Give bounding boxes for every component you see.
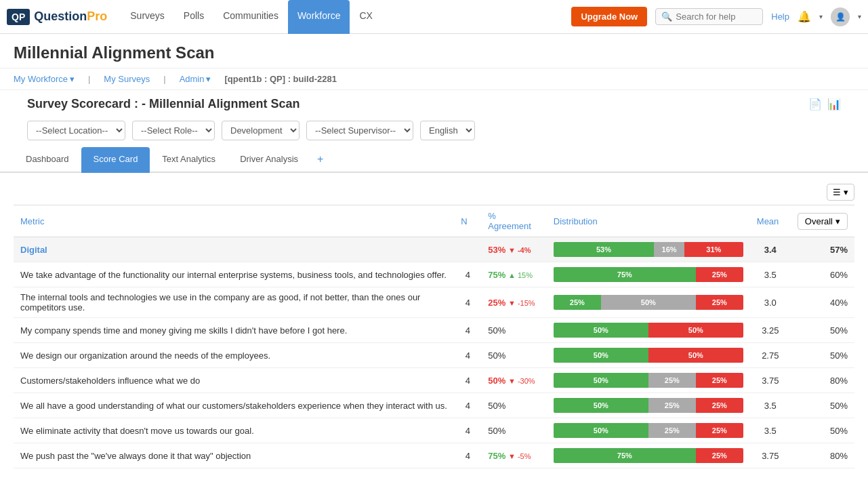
- n-cell: 4: [454, 262, 481, 287]
- view-toggle-button[interactable]: ☰ ▾: [827, 184, 854, 201]
- supervisor-filter[interactable]: --Select Supervisor--: [306, 121, 413, 140]
- agreement-value: 25%: [488, 298, 505, 308]
- user-dropdown-icon: ▾: [858, 13, 861, 20]
- mean-cell: 3.4: [750, 237, 791, 262]
- tab-driver-analysis[interactable]: Driver Analysis: [228, 147, 310, 173]
- upgrade-button[interactable]: Upgrade Now: [571, 7, 647, 26]
- filter-bar: --Select Location-- --Select Role-- Deve…: [0, 114, 868, 147]
- table-row: We push past the "we've always done it t…: [14, 443, 854, 468]
- distribution-cell: 75%25%: [547, 443, 750, 468]
- search-input[interactable]: [676, 12, 757, 22]
- agreement-value: 53%: [488, 245, 505, 255]
- dropdown-arrow-icon: ▾: [844, 187, 848, 197]
- table-row: The internal tools and technologies we u…: [14, 287, 854, 318]
- mean-cell: 3.5: [750, 418, 791, 443]
- user-avatar[interactable]: 👤: [831, 7, 850, 26]
- overall-cell: 40%: [791, 287, 854, 318]
- n-cell: [454, 237, 481, 262]
- mean-cell: 3.75: [750, 443, 791, 468]
- add-tab-button[interactable]: +: [310, 149, 330, 169]
- nav-divider: |: [88, 74, 90, 84]
- nav-communities[interactable]: Communities: [213, 0, 288, 34]
- logo-icon: QP: [7, 9, 30, 25]
- export-icon[interactable]: 📊: [827, 98, 841, 111]
- notification-bell-icon[interactable]: 🔔: [798, 10, 811, 23]
- nav-links: Surveys Polls Communities Workforce CX: [121, 0, 382, 34]
- table-toolbar: ☰ ▾: [14, 180, 854, 205]
- col-agreement: % Agreement: [481, 205, 546, 237]
- nav-cx[interactable]: CX: [350, 0, 381, 34]
- mean-cell: 3.5: [750, 262, 791, 287]
- logo[interactable]: QP QuestionPro: [7, 9, 107, 25]
- nav-surveys[interactable]: Surveys: [121, 0, 174, 34]
- agreement-cell: 25% ▼ -15%: [481, 287, 546, 318]
- overall-cell: 80%: [791, 368, 854, 393]
- distribution-cell: 50%50%: [547, 343, 750, 368]
- distribution-cell: 75%25%: [547, 262, 750, 287]
- page-title-bar: Millennial Alignment Scan: [0, 34, 868, 68]
- department-filter[interactable]: Development: [222, 121, 299, 140]
- overall-cell: 50%: [791, 343, 854, 368]
- n-cell: 4: [454, 368, 481, 393]
- agreement-cell: 75% ▼ -5%: [481, 443, 546, 468]
- page-title: Millennial Alignment Scan: [14, 43, 854, 62]
- metric-cell: We eliminate activity that doesn't move …: [14, 418, 454, 443]
- tab-text-analytics[interactable]: Text Analytics: [150, 147, 228, 173]
- nav-polls[interactable]: Polls: [174, 0, 213, 34]
- mean-cell: 3.75: [750, 368, 791, 393]
- overall-chevron-icon: ▾: [835, 216, 840, 226]
- metric-cell: The internal tools and technologies we u…: [14, 287, 454, 318]
- agreement-cell: 50%: [481, 418, 546, 443]
- table-row: Digital 53% ▼ -4% 53%16%31% 3.4 57%: [14, 237, 854, 262]
- build-label: [qpent1b : QP] : build-2281: [224, 74, 336, 84]
- n-cell: 4: [454, 318, 481, 343]
- logo-name: QuestionPro: [34, 9, 107, 24]
- location-filter[interactable]: --Select Location--: [27, 121, 125, 140]
- role-filter[interactable]: --Select Role--: [132, 121, 215, 140]
- delta-value: ▲ 15%: [508, 271, 533, 279]
- admin-chevron-icon: ▾: [206, 74, 211, 84]
- agreement-value: 75%: [488, 451, 505, 461]
- metric-cell: My company spends time and money giving …: [14, 318, 454, 343]
- delta-value: ▼ -5%: [508, 452, 531, 460]
- my-surveys-link[interactable]: My Surveys: [104, 74, 150, 84]
- agreement-cell: 53% ▼ -4%: [481, 237, 546, 262]
- distribution-cell: 25%50%25%: [547, 287, 750, 318]
- tab-dashboard[interactable]: Dashboard: [14, 147, 81, 173]
- distribution-cell: 50%25%25%: [547, 393, 750, 418]
- mean-cell: 3.5: [750, 393, 791, 418]
- agreement-cell: 50%: [481, 343, 546, 368]
- agreement-value: 50%: [488, 401, 505, 411]
- n-cell: 4: [454, 343, 481, 368]
- agreement-value: 50%: [488, 376, 505, 386]
- distribution-cell: 53%16%31%: [547, 237, 750, 262]
- search-box[interactable]: 🔍: [655, 8, 763, 25]
- mean-cell: 3.25: [750, 318, 791, 343]
- n-cell: 4: [454, 443, 481, 468]
- table-row: Customers/stakeholders influence what we…: [14, 368, 854, 393]
- metric-cell: Customers/stakeholders influence what we…: [14, 368, 454, 393]
- agreement-value: 50%: [488, 426, 505, 436]
- delta-value: ▼ -30%: [508, 377, 535, 385]
- nav-workforce[interactable]: Workforce: [288, 0, 350, 34]
- scorecard-title: Survey Scorecard : - Millennial Alignmen…: [27, 97, 299, 111]
- metric-cell: Digital: [14, 237, 454, 262]
- tab-scorecard[interactable]: Score Card: [81, 147, 150, 173]
- agreement-cell: 50%: [481, 318, 546, 343]
- delta-value: ▼ -4%: [508, 246, 531, 254]
- list-view-icon: ☰: [833, 187, 841, 197]
- overall-button[interactable]: Overall ▾: [798, 213, 848, 230]
- language-filter[interactable]: English: [420, 121, 475, 140]
- overall-cell: 50%: [791, 393, 854, 418]
- col-mean: Mean: [750, 205, 791, 237]
- print-icon[interactable]: 📄: [808, 98, 822, 111]
- help-link[interactable]: Help: [771, 12, 789, 22]
- overall-cell: 80%: [791, 443, 854, 468]
- agreement-cell: 75% ▲ 15%: [481, 262, 546, 287]
- admin-link[interactable]: Admin ▾: [180, 74, 211, 84]
- metric-cell: We design our organization around the ne…: [14, 343, 454, 368]
- n-cell: 4: [454, 287, 481, 318]
- table-row: We take advantage of the functionality o…: [14, 262, 854, 287]
- my-workforce-link[interactable]: My Workforce ▾: [14, 74, 75, 84]
- col-distribution: Distribution: [547, 205, 750, 237]
